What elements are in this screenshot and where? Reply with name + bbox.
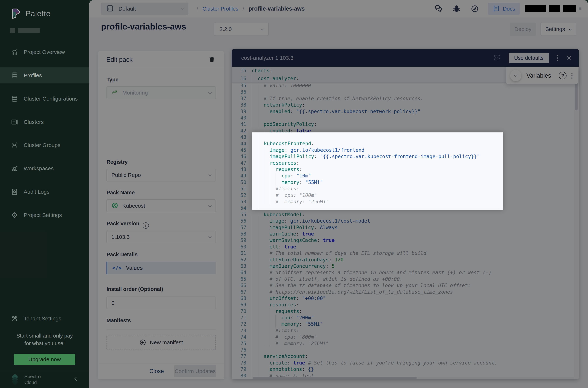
- code-line[interactable]: 62etlStoreDurationDays: 120: [232, 256, 574, 263]
- compass-help-icon[interactable]: [470, 4, 480, 14]
- pack-name-select[interactable]: Kubecost: [107, 199, 216, 212]
- redacted-user-menu[interactable]: [525, 5, 581, 12]
- docs-button[interactable]: Docs: [488, 3, 520, 15]
- line-number: 69: [232, 301, 252, 308]
- code-line[interactable]: memory: "55Mi": [252, 179, 503, 185]
- sidebar-item-clusters[interactable]: Clusters: [0, 114, 89, 130]
- code-line[interactable]: [252, 205, 503, 210]
- help-icon[interactable]: ?: [559, 72, 566, 79]
- code-line[interactable]: 74# cpu: "800m": [232, 334, 574, 340]
- redacted-block: [549, 5, 560, 12]
- editor-title: cost-analyzer 1.103.3: [241, 55, 493, 61]
- code-line[interactable]: 38networkPolicy:: [232, 102, 574, 108]
- registry-select[interactable]: Public Repo: [107, 169, 216, 181]
- close-button[interactable]: Close: [149, 368, 164, 375]
- pack-version-label: Pack Versioni: [107, 220, 149, 229]
- sidebar-item-project-settings[interactable]: ⚙ Project Settings: [0, 207, 89, 223]
- sidebar-item-audit-logs[interactable]: Audit Logs: [0, 184, 89, 200]
- sidebar-item-workspaces[interactable]: Workspaces: [0, 161, 89, 176]
- code-line[interactable]: # memory: "256Mi": [252, 198, 503, 205]
- code-line[interactable]: [252, 134, 503, 140]
- line-number: 77: [232, 353, 252, 359]
- code-line[interactable]: # cpu: "100m": [252, 192, 503, 198]
- project-selector[interactable]: Default: [101, 2, 188, 15]
- sidebar-item-tenant-settings[interactable]: Tenant Settings: [0, 311, 89, 327]
- deploy-button[interactable]: Deploy: [510, 23, 536, 36]
- install-order-input[interactable]: 0: [107, 296, 216, 309]
- code-line[interactable]: 39enabled: "{{.spectro.var.kubecost-netw…: [232, 108, 574, 115]
- code-editor[interactable]: 35# value: 10000003637# If true, enable …: [232, 67, 579, 379]
- code-line[interactable]: 37# If true, enable creation of NetworkP…: [232, 95, 574, 102]
- vertical-scrollbar[interactable]: [574, 67, 579, 379]
- code-line[interactable]: 63maxQueryConcurrency: 5: [232, 263, 574, 269]
- code-line[interactable]: imagePullPolicy: "{{.spectro.var.kubecos…: [252, 153, 503, 160]
- code-line[interactable]: image: gcr.io/kubecost1/frontend: [252, 147, 503, 153]
- editor-kebab-menu-icon[interactable]: [557, 55, 559, 61]
- upgrade-now-button[interactable]: Upgrade now: [14, 354, 75, 365]
- variables-kebab-menu-icon[interactable]: [571, 73, 573, 79]
- code-line[interactable]: 60etl: true: [232, 243, 574, 250]
- pack-details-values-item[interactable]: </> Values: [107, 262, 216, 274]
- highlighted-code-region[interactable]: kubecostFrontend:image: gcr.io/kubecost1…: [252, 132, 503, 210]
- code-line[interactable]: 72memory: "55Mi": [232, 321, 574, 327]
- profile-version-select[interactable]: 2.2.0: [214, 23, 269, 36]
- code-line[interactable]: 67# https://en.wikipedia.org/wiki/List_o…: [232, 289, 574, 295]
- variables-collapse-button[interactable]: [510, 70, 521, 81]
- redacted-block: [10, 28, 15, 33]
- code-line[interactable]: 73#limits:: [232, 327, 574, 334]
- close-editor-icon[interactable]: ✕: [566, 55, 572, 61]
- sidebar-item-cluster-groups[interactable]: Cluster Groups: [0, 137, 89, 153]
- redacted-block: [579, 7, 581, 10]
- collapse-sidebar-icon[interactable]: [74, 377, 79, 381]
- horizontal-scrollbar[interactable]: [252, 377, 574, 379]
- line-number: 70: [232, 308, 252, 315]
- code-line[interactable]: 79annotations: {}: [232, 366, 574, 372]
- code-line[interactable]: 55kubecostModel:: [232, 211, 574, 218]
- code-line[interactable]: kubecostFrontend:: [252, 140, 503, 147]
- code-line[interactable]: resources:: [252, 160, 503, 166]
- code-line[interactable]: 68utcOffset: "+00:00": [232, 295, 574, 301]
- editor-header: cost-analyzer 1.103.3 Use defaults ✕: [232, 49, 579, 67]
- compare-diff-icon[interactable]: [493, 54, 501, 62]
- code-line[interactable]: 78create: true # Set this to false if yo…: [232, 360, 574, 366]
- bug-report-icon[interactable]: [452, 4, 462, 14]
- code-line[interactable]: 69resources:: [232, 301, 574, 308]
- delete-pack-icon[interactable]: [209, 56, 216, 63]
- code-line[interactable]: 41podSecurityPolicy:: [232, 121, 574, 127]
- code-line[interactable]: #limits:: [252, 185, 503, 192]
- pack-name-label: Pack Name: [107, 190, 135, 196]
- code-line[interactable]: requests:: [252, 166, 503, 172]
- code-line[interactable]: 71cpu: "200m": [232, 315, 574, 321]
- sidebar-item-profiles[interactable]: Profiles: [0, 67, 89, 83]
- code-line[interactable]: 66# See the tz database of timezones to …: [232, 282, 574, 289]
- code-line[interactable]: 58warmCache: true: [232, 231, 574, 237]
- sidebar-item-project-overview[interactable]: Project Overview: [0, 44, 89, 60]
- edit-pack-panel: Edit pack Type Monitoring Registry Publi…: [98, 51, 224, 379]
- feedback-chat-icon[interactable]: [433, 4, 443, 14]
- sidebar-item-cluster-configurations[interactable]: Cluster Configurations: [0, 91, 89, 107]
- info-icon[interactable]: i: [143, 222, 149, 229]
- orbit-icon: [11, 165, 19, 172]
- confirm-updates-button[interactable]: Confirm Updates: [174, 365, 216, 377]
- settings-button[interactable]: Settings: [540, 23, 576, 36]
- code-line[interactable]: cpu: "10m": [252, 172, 503, 179]
- breadcrumb-cluster-profiles[interactable]: Cluster Profiles: [203, 6, 238, 12]
- chevron-down-icon: [208, 91, 211, 94]
- code-line[interactable]: 75# memory: "256Mi": [232, 340, 574, 347]
- code-line[interactable]: 77serviceAccount:: [232, 353, 574, 359]
- new-manifest-button[interactable]: New manifest: [107, 335, 216, 350]
- code-line[interactable]: 36: [232, 89, 574, 95]
- code-line[interactable]: 59warmSavingsCache: true: [232, 237, 574, 243]
- code-line[interactable]: 61# The total number of days the ETL sto…: [232, 250, 574, 256]
- code-line[interactable]: 65# of UTC, itself, which is defined as …: [232, 276, 574, 282]
- code-line[interactable]: 76: [232, 347, 574, 353]
- pack-version-select[interactable]: 1.103.3: [107, 231, 216, 243]
- code-line[interactable]: 64# utcOffset represents a timezone in h…: [232, 269, 574, 276]
- use-defaults-button[interactable]: Use defaults: [509, 53, 549, 63]
- bar-chart-icon: [11, 48, 19, 56]
- line-number: 36: [232, 89, 252, 95]
- code-line[interactable]: 70requests:: [232, 308, 574, 315]
- code-line[interactable]: 40: [232, 115, 574, 121]
- code-line[interactable]: 56image: gcr.io/kubecost1/cost-model: [232, 218, 574, 224]
- code-line[interactable]: 57imagePullPolicy: Always: [232, 224, 574, 231]
